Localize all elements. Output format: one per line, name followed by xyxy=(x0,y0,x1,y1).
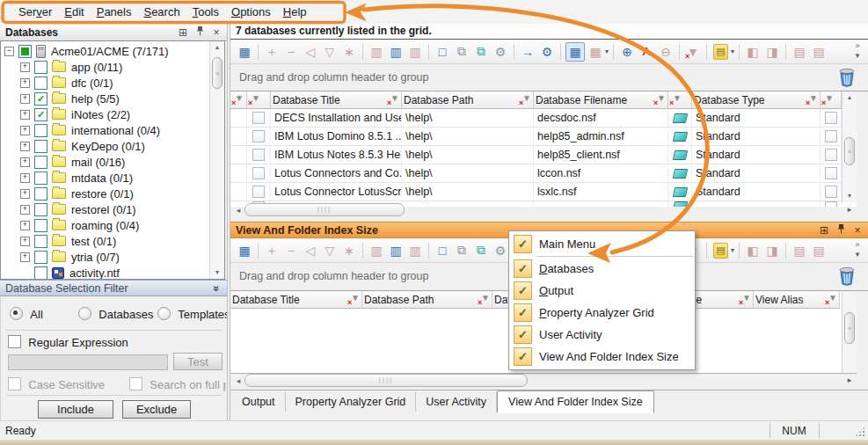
selection-map-icon[interactable]: ∗ xyxy=(340,242,358,259)
checkbox-icon[interactable] xyxy=(825,112,837,124)
scroll-down-icon[interactable]: ▾ xyxy=(210,266,224,279)
zoom-in-icon[interactable]: ⊕ xyxy=(618,43,636,61)
expand-rows-icon[interactable]: ◨ xyxy=(763,43,781,61)
zoom-out-icon[interactable]: ⊖ xyxy=(657,43,675,61)
expander-icon[interactable]: + xyxy=(20,142,30,151)
grid-horizontal-scrollbar[interactable]: ◂|||| xyxy=(232,374,528,387)
print-grid-icon[interactable]: ▤ xyxy=(810,43,828,61)
regex-input[interactable] xyxy=(8,354,168,370)
push-selection-down-icon[interactable]: ▽ xyxy=(321,242,339,259)
scrollbar-thumb[interactable]: ≡ xyxy=(844,312,855,344)
checked-checkbox-icon[interactable]: ✓ xyxy=(514,259,532,278)
filter-funnel-icon[interactable]: ×▼ xyxy=(826,294,837,305)
tree-item-keydepo[interactable]: +KeyDepo (0/1) xyxy=(1,138,209,154)
zoom-font-icon[interactable]: A xyxy=(638,43,655,61)
chevron-double-icon[interactable]: » xyxy=(211,285,223,291)
tree-checkbox[interactable] xyxy=(34,187,47,201)
tree-checkbox[interactable] xyxy=(34,171,47,185)
expander-icon[interactable]: + xyxy=(20,189,30,199)
menu-item-view-and-folder-index-size[interactable]: ✓View And Folder Index Size xyxy=(509,346,695,368)
menu-item-user-activity[interactable]: ✓User Activity xyxy=(509,324,695,346)
export-icon[interactable]: → xyxy=(519,43,536,61)
copy-with-headers-icon[interactable]: ⧉ xyxy=(472,242,490,259)
open-database-icon[interactable]: ▦ xyxy=(236,43,253,61)
checkbox-icon[interactable] xyxy=(252,149,265,161)
radio-templates[interactable]: Templates xyxy=(157,307,230,321)
push-selection-left-icon[interactable]: ◁ xyxy=(302,242,319,259)
filter-funnel-icon[interactable]: ×▼ xyxy=(388,94,399,106)
tree-checkbox[interactable] xyxy=(34,156,47,169)
column-header-database-title[interactable]: Database Title×▼ xyxy=(230,291,362,309)
checkbox-icon[interactable] xyxy=(8,335,21,348)
checkbox-icon[interactable] xyxy=(129,377,142,390)
grid-vertical-scrollbar[interactable]: ≡ xyxy=(842,291,857,373)
tree-item-restore[interactable]: +restore (0/1) xyxy=(1,186,209,201)
checkbox-icon[interactable] xyxy=(252,186,265,198)
row-checkbox[interactable] xyxy=(247,128,271,145)
expander-icon[interactable]: + xyxy=(20,173,30,183)
tree-checkbox[interactable] xyxy=(34,219,47,232)
tab-user-activity[interactable]: User Activity xyxy=(416,392,497,412)
checkbox-icon[interactable] xyxy=(825,130,837,142)
expander-icon[interactable]: + xyxy=(20,78,30,88)
checkbox-icon[interactable] xyxy=(252,112,265,124)
tree-checkbox[interactable] xyxy=(34,203,47,216)
column-header-database-type[interactable]: Database Type×▼ xyxy=(692,91,821,109)
exclude-button[interactable]: Exclude xyxy=(122,400,191,419)
test-button[interactable]: Test xyxy=(173,353,222,370)
checkbox-icon[interactable] xyxy=(825,186,837,198)
tree-item-activity-ntf[interactable]: activity.ntf xyxy=(1,265,209,280)
column-styles-icon[interactable]: ▥ xyxy=(387,242,405,259)
filter-funnel-icon[interactable]: ×▼ xyxy=(740,294,751,305)
tree-checkbox[interactable] xyxy=(34,251,47,264)
row-checkbox[interactable] xyxy=(821,183,842,201)
copy-options-icon[interactable]: ⚙ xyxy=(492,43,509,61)
menu-edit[interactable]: Edit xyxy=(58,2,90,22)
menu-item-main-menu[interactable]: ✓Main Menu xyxy=(509,233,695,255)
row-checkbox[interactable] xyxy=(821,109,842,127)
expander-icon[interactable]: − xyxy=(4,47,14,56)
checkbox-icon[interactable] xyxy=(825,149,837,161)
radio-icon[interactable] xyxy=(157,307,171,320)
tree-checkbox[interactable] xyxy=(18,45,32,58)
print-preview-icon[interactable]: ▤ xyxy=(791,43,808,61)
tree-item-roaming[interactable]: +roaming (0/4) xyxy=(1,217,209,233)
add-comment-icon[interactable]: ▤ xyxy=(713,44,728,60)
column-header-database-path[interactable]: Database Path×▼ xyxy=(362,291,492,309)
row-checkbox[interactable] xyxy=(247,109,271,127)
copy-icon[interactable]: ⧉ xyxy=(453,242,470,259)
group-by-area[interactable]: Drag and drop column header to group xyxy=(230,64,868,91)
scroll-up-icon[interactable]: ▴ xyxy=(210,41,224,54)
expander-icon[interactable]: + xyxy=(20,62,30,72)
checkbox-icon[interactable] xyxy=(252,130,265,142)
menu-tools[interactable]: Tools xyxy=(186,2,225,22)
grid-properties-icon[interactable]: ▦ xyxy=(565,42,585,62)
maximize-icon[interactable]: ⊞ xyxy=(177,26,189,39)
tree-checkbox[interactable] xyxy=(34,61,47,74)
menu-server[interactable]: Server xyxy=(12,2,58,22)
menu-panels[interactable]: Panels xyxy=(91,2,138,22)
remove-database-icon[interactable]: − xyxy=(282,242,300,259)
copy-icon[interactable]: ⧉ xyxy=(453,43,470,61)
tree-item-ytria[interactable]: +ytria (0/7) xyxy=(1,249,209,265)
column-header[interactable]: ×▼ xyxy=(247,91,271,109)
freeze-columns-icon[interactable]: ▥ xyxy=(368,43,385,61)
expander-icon[interactable]: + xyxy=(20,94,30,104)
scrollbar-thumb[interactable]: ≡ xyxy=(844,137,855,165)
run-automation-icon[interactable]: ⚙ xyxy=(538,43,556,61)
row-checkbox[interactable] xyxy=(247,183,271,201)
tree-item-dfc[interactable]: +dfc (0/1) xyxy=(1,75,209,91)
radio-icon[interactable] xyxy=(10,307,23,320)
tab-view-and-folder-index-size[interactable]: View And Folder Index Size xyxy=(497,390,654,413)
scrollbar-thumb[interactable]: ≡ xyxy=(212,57,222,89)
tab-output[interactable]: Output xyxy=(232,392,286,412)
row-checkbox[interactable] xyxy=(821,164,842,182)
selection-map-icon[interactable]: ∗ xyxy=(340,43,358,61)
filter-funnel-icon[interactable]: ×▼ xyxy=(478,294,490,305)
table-row[interactable]: IBM Lotus Domino 8.5.1 ...\help\help85_a… xyxy=(230,128,857,146)
checkbox-icon[interactable] xyxy=(252,167,265,179)
row-checkbox[interactable] xyxy=(821,146,842,164)
regular-expression-checkbox[interactable]: Regular Expression xyxy=(8,335,128,349)
tree-item-help[interactable]: +✓help (5/5) xyxy=(1,91,209,106)
expander-icon[interactable]: + xyxy=(20,221,30,230)
